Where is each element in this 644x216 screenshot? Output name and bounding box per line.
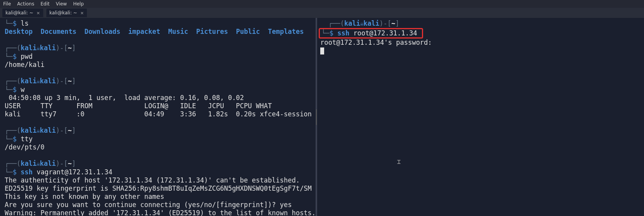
ls-output: Desktop Documents Downloads impacket Mus… [5,28,315,36]
ssh-output-line: ED25519 key fingerprint is SHA256:Rpy8sh… [5,184,315,193]
menu-help[interactable]: Help [73,1,84,7]
pwd-output: /home/kali [5,61,315,69]
w-output-line: USER TTY FROM LOGIN@ IDLE JCPU PCPU WHAT [5,102,315,110]
menu-view[interactable]: View [56,1,67,7]
command-ssh: ssh [21,168,33,176]
close-icon[interactable]: × [80,11,84,16]
ssh-output-line: The authenticity of host '172.31.1.34 (1… [5,176,315,184]
ssh-output-line: Are you sure you want to continue connec… [5,201,315,209]
ssh-output-line: Warning: Permanently added '172.31.1.34'… [5,209,315,216]
mouse-cursor-icon: ⌶ [397,158,401,165]
command-tty: tty [21,135,33,143]
command-pwd: pwd [21,53,33,60]
terminal-cursor [320,47,324,54]
terminal-pane-right[interactable]: └─┌──(kali☠kali)-[~] └─$ ssh root@172.31… [317,18,644,216]
menu-file[interactable]: File [3,1,11,7]
menubar: File Actions Edit View Help [0,0,644,8]
menu-edit[interactable]: Edit [41,1,49,7]
ssh-output-line: This key is not known by any other names [5,193,315,201]
close-icon[interactable]: × [36,11,40,16]
highlighted-command: └─$ ssh root@172.31.1.34 [319,28,423,39]
menu-actions[interactable]: Actions [17,1,34,7]
command-w: w [21,86,25,93]
tab-title: kali@kali: ~ [5,10,33,16]
w-output-line: kali tty7 :0 04:49 3:36 1.82s 0.20s xfce… [5,110,315,118]
terminal-tab-2[interactable]: kali@kali: ~ × [46,9,87,17]
tab-title: kali@kali: ~ [49,10,77,16]
tab-bar: kali@kali: ~ × kali@kali: ~ × [0,8,644,18]
w-output-line: 04:50:08 up 3 min, 1 user, load average:… [5,94,315,102]
terminal-pane-left[interactable]: └─$ ls Desktop Documents Downloads impac… [0,18,316,216]
terminal-tab-1[interactable]: kali@kali: ~ × [2,9,43,17]
command-ssh-root: ssh [337,29,349,37]
terminal-split-container: └─$ ls Desktop Documents Downloads impac… [0,18,644,216]
ssh-password-prompt: root@172.31.1.34's password: [320,39,643,47]
command-ls: ls [21,19,28,27]
tty-output: /dev/pts/0 [5,143,315,151]
